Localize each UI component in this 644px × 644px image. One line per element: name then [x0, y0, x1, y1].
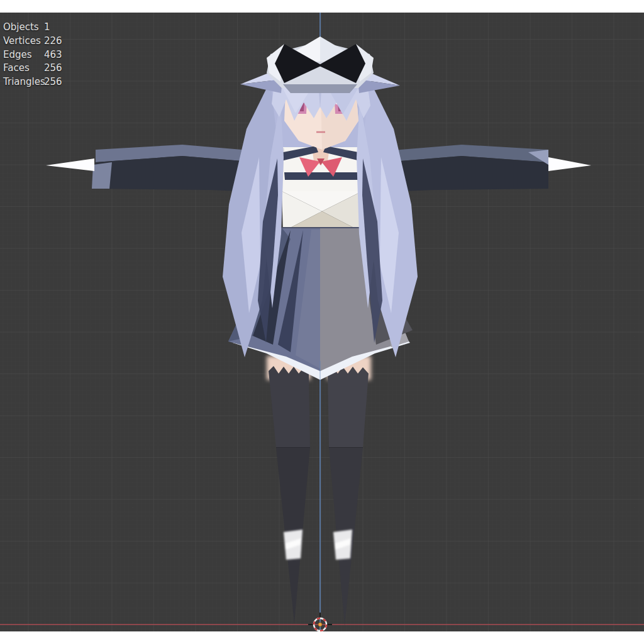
stats-row-objects: Objects 1	[3, 21, 62, 35]
stats-value: 1	[44, 21, 50, 35]
left-sock-band	[284, 530, 303, 560]
stats-label: Vertices	[3, 35, 44, 48]
corset[interactable]	[282, 191, 362, 231]
top-margin-strip	[0, 0, 644, 13]
stats-value: 256	[44, 62, 62, 75]
blender-viewport-window[interactable]: Objects 1 Vertices 226 Edges 463 Faces 2…	[0, 0, 644, 644]
viewport-3d-canvas[interactable]	[0, 0, 644, 644]
torso[interactable]	[277, 140, 365, 231]
right-stocking[interactable]	[328, 366, 369, 448]
stats-row-triangles: Triangles 256	[3, 75, 62, 89]
bottom-margin-strip	[0, 631, 644, 644]
stats-label: Faces	[3, 62, 44, 75]
stats-label: Triangles	[3, 75, 44, 89]
right-sock-band	[333, 530, 352, 560]
stats-overlay: Objects 1 Vertices 226 Edges 463 Faces 2…	[3, 21, 62, 89]
stats-value: 256	[44, 75, 62, 89]
chest-band	[284, 172, 360, 180]
stats-value: 226	[44, 35, 62, 48]
stats-row-edges: Edges 463	[3, 48, 62, 62]
stats-label: Objects	[3, 21, 44, 35]
stats-row-faces: Faces 256	[3, 62, 62, 75]
stats-label: Edges	[3, 48, 44, 62]
stats-value: 463	[44, 48, 62, 62]
stats-row-vertices: Vertices 226	[3, 35, 62, 48]
